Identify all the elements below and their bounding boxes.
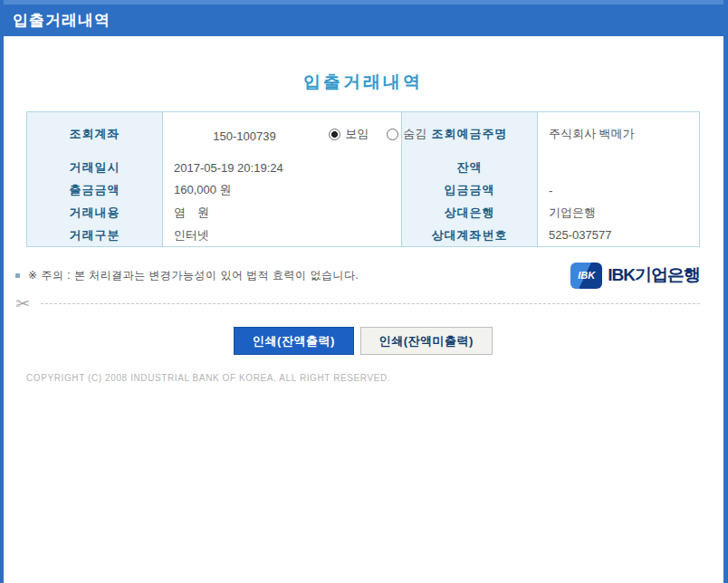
label-counterpart-bank: 상대은행 [402, 202, 538, 225]
label-balance: 잔액 [402, 157, 538, 179]
label-transaction-type: 거래구분 [27, 225, 163, 247]
label-deposit-amount: 입금금액 [402, 179, 538, 202]
value-holder-name: 주식회사 백메가 [538, 112, 700, 157]
label-transaction-datetime: 거래일시 [27, 157, 163, 179]
scissors-icon: ✂ [15, 295, 30, 312]
header-bar: 입출거래내역 [4, 0, 723, 36]
ibk-logo: IBK IBK기업은행 [570, 263, 700, 289]
value-counterpart-bank: 기업은행 [538, 202, 700, 225]
cut-line: ✂ [15, 294, 700, 312]
table-row: 거래구분 인터넷 상대계좌번호 525-037577 [27, 225, 700, 247]
page-title: 입출거래내역 [26, 71, 700, 89]
value-transaction-type: 인터넷 [163, 225, 402, 247]
radio-show-icon [329, 129, 340, 140]
bullet-icon [15, 273, 20, 278]
ibk-logo-icon: IBK [570, 263, 602, 289]
value-balance [538, 157, 700, 179]
notice-text: ※ 주의 : 본 처리결과는 변경가능성이 있어 법적 효력이 없습니다. [28, 268, 359, 283]
header-highlight-strip [0, 0, 728, 5]
dashed-divider [41, 303, 700, 304]
radio-option-hide[interactable]: 숨김 [387, 126, 426, 142]
radio-hide-icon [387, 129, 398, 140]
value-transaction-datetime: 2017-05-19 20:19:24 [163, 157, 402, 179]
header-title: 입출거래내역 [13, 10, 110, 31]
label-inquiry-account: 조회계좌 [27, 112, 163, 157]
table-row: 거래일시 2017-05-19 20:19:24 잔액 [27, 157, 700, 179]
value-counterpart-account: 525-037577 [538, 225, 700, 247]
window: 입출거래내역 입출거래내역 조회계좌 150-100739보임숨김 조회예금주명… [0, 0, 728, 583]
label-transaction-detail: 거래내용 [27, 202, 163, 225]
copyright-text: COPYRIGHT (C) 2008 INDUSTRIAL BANK OF KO… [26, 373, 700, 383]
label-withdrawal-amount: 출금금액 [27, 179, 163, 202]
account-number: 150-100739 [213, 129, 329, 143]
transaction-table: 조회계좌 150-100739보임숨김 조회예금주명 주식회사 백메가 거래일시… [26, 111, 700, 247]
table-row: 거래내용 염 원 상대은행 기업은행 [27, 202, 700, 225]
value-deposit-amount: - [538, 179, 700, 202]
value-inquiry-account: 150-100739보임숨김 [163, 112, 402, 157]
button-row: 인쇄(잔액출력) 인쇄(잔액미출력) [26, 327, 700, 355]
notice-row: ※ 주의 : 본 처리결과는 변경가능성이 있어 법적 효력이 없습니다. IB… [15, 256, 700, 294]
ibk-logo-text: IBK기업은행 [608, 263, 700, 287]
radio-option-show[interactable]: 보임 [329, 126, 369, 142]
print-with-balance-button[interactable]: 인쇄(잔액출력) [234, 327, 354, 355]
table-row: 출금금액 160,000 원 입금금액 - [27, 179, 700, 202]
content-area: 입출거래내역 조회계좌 150-100739보임숨김 조회예금주명 주식회사 백… [4, 71, 723, 383]
value-withdrawal-amount: 160,000 원 [163, 179, 402, 202]
table-row: 조회계좌 150-100739보임숨김 조회예금주명 주식회사 백메가 [27, 112, 700, 157]
print-without-balance-button[interactable]: 인쇄(잔액미출력) [360, 327, 493, 355]
value-transaction-detail: 염 원 [163, 202, 402, 225]
label-counterpart-account: 상대계좌번호 [402, 225, 538, 247]
